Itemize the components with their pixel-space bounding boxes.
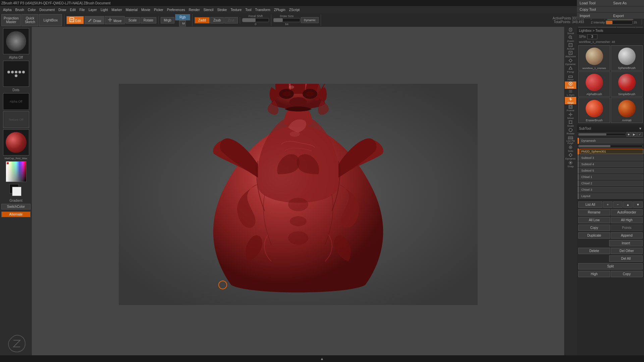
color-picker[interactable] bbox=[6, 161, 26, 182]
menu-layer[interactable]: Layer bbox=[87, 8, 99, 12]
zadd-button[interactable]: Zadd bbox=[195, 17, 210, 23]
menu-picker[interactable]: Picker bbox=[152, 8, 165, 12]
menu-preferences[interactable]: Preferences bbox=[165, 8, 187, 12]
menu-edit[interactable]: Edit bbox=[68, 8, 77, 12]
dynamic-draw-button[interactable]: Dynamic bbox=[301, 17, 319, 23]
floor-icon-btn[interactable]: Floor bbox=[565, 74, 576, 81]
move-button[interactable]: Move bbox=[105, 16, 124, 24]
dynamic2-icon-btn[interactable]: Dynamic bbox=[565, 153, 576, 160]
all-low-button[interactable]: All Low bbox=[578, 217, 610, 223]
autoreorder-button[interactable]: AutoReorder bbox=[611, 209, 643, 216]
snappable-icon-btn[interactable]: Snap bbox=[565, 161, 576, 168]
dynameshed-name[interactable]: Dynamesh bbox=[580, 138, 643, 143]
layer-sym-icon-btn[interactable]: L.Sym bbox=[565, 89, 576, 97]
bottom-arrow[interactable]: ▲ bbox=[320, 357, 324, 361]
up-subtool-button[interactable]: ▲ bbox=[623, 201, 633, 208]
menu-zplugin[interactable]: ZPlugin bbox=[272, 8, 287, 12]
gxyz-icon-btn[interactable]: Gxyz bbox=[565, 97, 576, 104]
menu-color[interactable]: Color bbox=[26, 8, 38, 12]
add-subtool-button[interactable]: + bbox=[603, 201, 612, 208]
material-thumbnail[interactable] bbox=[3, 129, 29, 156]
projection-master-button[interactable]: Projection Master bbox=[1, 14, 21, 26]
spix-input[interactable] bbox=[587, 34, 597, 39]
import-button[interactable]: Import bbox=[577, 13, 610, 19]
scale-button[interactable]: Scale bbox=[125, 17, 140, 23]
alpha-off-thumbnail[interactable]: Alpha Off bbox=[3, 93, 29, 110]
brush-item-simple[interactable]: SimpleBrush bbox=[611, 71, 643, 97]
menu-zscript[interactable]: ZScript bbox=[287, 8, 302, 12]
frame-icon-btn[interactable]: Frame bbox=[565, 105, 576, 112]
m-button[interactable]: M bbox=[179, 20, 186, 26]
menu-texture[interactable]: Texture bbox=[229, 8, 243, 12]
rotate-nav-icon-btn[interactable]: Rotate bbox=[565, 128, 576, 135]
list-all-button[interactable]: List All bbox=[578, 201, 602, 208]
quick-sketch-button[interactable]: Quick Sketch bbox=[21, 14, 38, 26]
zoom-icon-btn[interactable]: Zoom bbox=[565, 35, 576, 43]
scroll-icon-btn[interactable]: Scroll bbox=[565, 27, 576, 35]
menu-light[interactable]: Light bbox=[99, 8, 110, 12]
delete-button[interactable]: Delete bbox=[578, 248, 610, 254]
subtool-btn-2[interactable]: ▶ bbox=[632, 132, 637, 137]
duplicate-button[interactable]: Duplicate bbox=[578, 232, 610, 239]
remove-subtool-button[interactable]: − bbox=[613, 201, 623, 208]
switch-color-button[interactable]: SwitchColor bbox=[1, 204, 31, 209]
actual-icon-btn[interactable]: Actual bbox=[565, 43, 576, 50]
persp-icon-btn[interactable]: Persp bbox=[565, 66, 576, 73]
lightbox-button[interactable]: LightBox bbox=[39, 14, 62, 26]
menu-stroke[interactable]: Stroke bbox=[216, 8, 229, 12]
menu-file[interactable]: File bbox=[78, 8, 87, 12]
down-subtool-button[interactable]: ▼ bbox=[633, 201, 643, 208]
high-button[interactable]: High bbox=[578, 271, 610, 277]
brush-item-aahati[interactable]: AAHati bbox=[611, 98, 643, 123]
rgb-button[interactable]: Rgb bbox=[175, 14, 190, 20]
alpha-thumbnail[interactable] bbox=[3, 28, 29, 54]
alternate-button[interactable]: Alternate bbox=[1, 212, 31, 217]
canvas-viewport[interactable] bbox=[119, 84, 478, 305]
subtool-btn-1[interactable]: ■ bbox=[627, 132, 631, 137]
z-intensity-slider[interactable] bbox=[606, 20, 633, 24]
subtool-arrow[interactable]: ▼ bbox=[639, 127, 642, 130]
insert-button[interactable]: Insert bbox=[609, 240, 643, 246]
dynamic-icon-btn[interactable]: Dynamic bbox=[565, 58, 576, 66]
move-nav-icon-btn[interactable]: Move bbox=[565, 112, 576, 120]
menu-tool[interactable]: Tool bbox=[244, 8, 253, 12]
chisel2-name[interactable]: Chisel 2 bbox=[580, 181, 643, 186]
menu-alpha[interactable]: Alpha bbox=[1, 8, 13, 12]
brush-item-sphere[interactable]: SphereBrush bbox=[611, 45, 643, 71]
brush-item-workflow[interactable]: workflow_1_cremes bbox=[578, 45, 610, 71]
menu-marker[interactable]: Marker bbox=[110, 8, 124, 12]
menu-movie[interactable]: Movie bbox=[140, 8, 152, 12]
append-button[interactable]: Append bbox=[611, 232, 643, 239]
zsub-button[interactable]: Zsub bbox=[210, 17, 224, 23]
local-icon-btn[interactable]: Local bbox=[565, 81, 576, 89]
texture-off-thumbnail[interactable]: Texture Off bbox=[3, 111, 29, 128]
del-all-button[interactable]: Del All bbox=[609, 255, 643, 262]
all-high-button[interactable]: All High bbox=[611, 217, 643, 223]
save-as-button[interactable]: Save As bbox=[610, 0, 644, 6]
rotate-button[interactable]: Rotate bbox=[141, 17, 156, 23]
menu-document[interactable]: Document bbox=[38, 8, 57, 12]
dynameshed-slider[interactable] bbox=[578, 145, 643, 147]
subtool4-name[interactable]: Subtool 4 bbox=[580, 162, 643, 167]
subtool-slider[interactable] bbox=[578, 133, 626, 136]
menu-transform[interactable]: Transform bbox=[254, 8, 272, 12]
brush-item-alpha[interactable]: AlphaBrush bbox=[578, 71, 610, 97]
split-button[interactable]: Split bbox=[578, 263, 643, 269]
aazoom-icon-btn[interactable]: AAZoom bbox=[565, 51, 576, 58]
linepill-icon-btn[interactable]: Line Pill PolyF bbox=[565, 135, 576, 145]
copy-bottom-button[interactable]: Copy bbox=[611, 271, 643, 277]
chisel3-name[interactable]: Chisel 3 bbox=[580, 187, 643, 192]
subtool5-name[interactable]: Subtool 5 bbox=[580, 168, 643, 173]
copy-subtool-button[interactable]: Copy bbox=[578, 225, 610, 231]
brush-item-eraser[interactable]: EraserBrush bbox=[578, 98, 610, 123]
scale-nav-icon-btn[interactable]: Scale bbox=[565, 120, 576, 127]
zcut-button[interactable]: Zcut bbox=[224, 17, 238, 23]
draw-size-slider[interactable] bbox=[273, 18, 300, 22]
menu-stencil[interactable]: Stencil bbox=[202, 8, 215, 12]
subtool3-name[interactable]: Subtool 3 bbox=[580, 155, 643, 161]
texture-thumbnail[interactable] bbox=[3, 61, 29, 87]
menu-material[interactable]: Material bbox=[124, 8, 140, 12]
menu-draw[interactable]: Draw bbox=[57, 8, 68, 12]
white-swatch[interactable] bbox=[12, 187, 21, 196]
pm2d-name[interactable]: PM2D_Sphere301 bbox=[580, 149, 643, 154]
